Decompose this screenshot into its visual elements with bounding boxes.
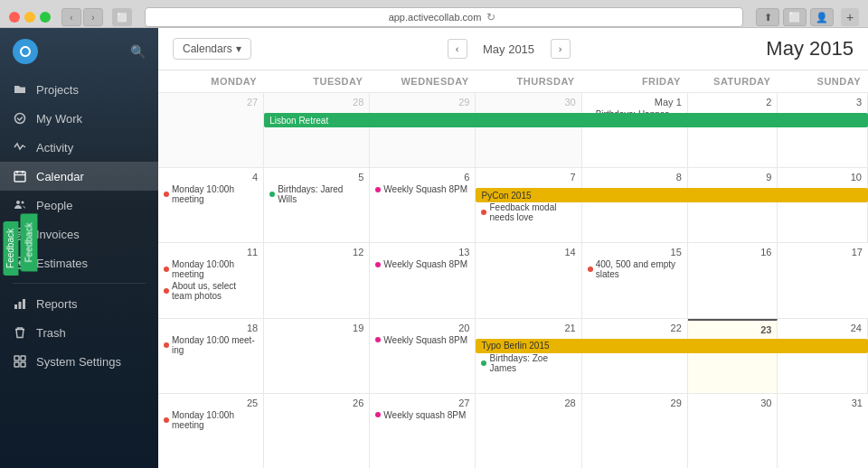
cal-cell-may3[interactable]: 3 [778, 93, 868, 167]
browser-actions: ⬆ ⬜ 👤 [756, 8, 834, 26]
calendar-header: Calendars ▾ ‹ May 2015 › May 2015 [158, 28, 868, 70]
tab-view-button[interactable]: ⬜ [112, 8, 132, 26]
reports-icon [13, 296, 27, 311]
cal-cell-may10[interactable]: 10 [778, 168, 868, 242]
cal-cell-may4[interactable]: 4 Monday 10:00h meeting [158, 168, 264, 242]
fullscreen-button[interactable] [40, 12, 51, 23]
cal-cell-may31[interactable]: 31 [778, 394, 868, 468]
cal-cell-may6[interactable]: 6 Weekly Squash 8PM [370, 168, 476, 242]
calendar-title: May 2015 [766, 37, 854, 61]
date-number: 12 [269, 247, 363, 257]
cal-cell-may28[interactable]: 28 [476, 394, 581, 468]
cal-cell-may11[interactable]: 11 Monday 10:00h meeting About us, selec… [158, 243, 264, 317]
day-header-tuesday: TUESDAY [264, 70, 370, 92]
new-tab-button[interactable]: + [841, 8, 859, 26]
sidebar-item-trash[interactable]: Trash [0, 318, 158, 347]
cal-cell-may20[interactable]: 20 Weekly Squash 8PM [370, 319, 476, 393]
cal-cell-may15[interactable]: 15 400, 500 and empty slates [582, 243, 688, 317]
date-number: 3 [783, 97, 862, 108]
calendar-week-5: 25 Monday 10:00h meeting 26 27 Week [158, 394, 868, 468]
date-number: 31 [783, 398, 863, 408]
cal-cell-may22[interactable]: 22 [582, 319, 688, 393]
birthday-jared-event: Birthdays: Jared Wills [269, 184, 363, 204]
cal-cell-may30[interactable]: 30 [688, 394, 778, 468]
date-number: 21 [481, 323, 575, 333]
cal-cell-may2[interactable]: 2 [688, 93, 778, 167]
cal-cell-may29[interactable]: 29 [582, 394, 688, 468]
close-button[interactable] [9, 12, 20, 23]
dot-icon [269, 192, 275, 197]
meeting-event3: Monday 10:00 meet-ing [164, 335, 258, 355]
date-number: 6 [375, 172, 469, 183]
svg-rect-16 [23, 299, 25, 309]
date-number: 14 [481, 247, 575, 257]
cal-cell-may16[interactable]: 16 [688, 243, 778, 317]
sidebar-item-system-settings[interactable]: System Settings [0, 347, 158, 376]
dot-icon [588, 267, 593, 272]
date-number: 29 [588, 398, 682, 408]
cal-cell-may1[interactable]: May 1 Birthdays: Hannes Nordin [582, 93, 688, 167]
cal-cell-may27[interactable]: 27 Weekly squash 8PM [370, 394, 476, 468]
feedback-tab[interactable]: Feedback [3, 221, 18, 276]
cal-cell-may21[interactable]: 21 Birthdays: Zoe James [476, 319, 581, 393]
cal-cell-may17[interactable]: 17 [778, 243, 868, 317]
date-number: 25 [164, 398, 258, 408]
cal-cell-apr29[interactable]: 29 [370, 93, 476, 167]
cal-cell-may7[interactable]: 7 Feedback modal needs love [476, 168, 581, 242]
date-number: May 1 [588, 97, 682, 108]
refresh-button[interactable]: ↻ [486, 11, 499, 23]
cal-cell-may5[interactable]: 5 Birthdays: Jared Wills [264, 168, 370, 242]
cal-cell-apr27[interactable]: 27 [158, 93, 264, 167]
dropdown-arrow-icon: ▾ [236, 42, 241, 55]
minimize-button[interactable] [24, 12, 35, 23]
search-button[interactable]: 🔍 [130, 44, 146, 59]
check-circle-icon [13, 111, 27, 126]
cal-cell-may25[interactable]: 25 Monday 10:00h meeting [158, 394, 264, 468]
date-number: 8 [588, 172, 682, 183]
date-number: 9 [693, 172, 772, 183]
next-month-button[interactable]: › [551, 39, 571, 59]
cal-cell-may8[interactable]: 8 [582, 168, 688, 242]
cal-cell-may19[interactable]: 19 [264, 319, 370, 393]
calendar-label: Calendar [36, 170, 84, 183]
sidebar-item-activity[interactable]: Activity [0, 133, 158, 162]
squash-event: Weekly Squash 8PM [375, 184, 469, 194]
main-content: Calendars ▾ ‹ May 2015 › May 2015 MONDAY… [158, 28, 868, 468]
cal-cell-may9[interactable]: 9 [688, 168, 778, 242]
feedback-tab-fixed[interactable]: Feedback [20, 214, 37, 272]
date-number: 10 [783, 172, 862, 183]
sidebar-item-reports[interactable]: Reports [0, 289, 158, 318]
cal-cell-may13[interactable]: 13 Weekly Squash 8PM [370, 243, 476, 317]
dot-icon [164, 342, 169, 348]
back-button[interactable]: ‹ [61, 8, 81, 26]
squash-event4: Weekly squash 8PM [375, 410, 469, 420]
cal-cell-may18[interactable]: 18 Monday 10:00 meet-ing [158, 319, 264, 393]
traffic-lights [9, 12, 51, 23]
date-number: 11 [164, 247, 258, 257]
cal-cell-may12[interactable]: 12 [264, 243, 370, 317]
sidebar-item-my-work[interactable]: My Work [0, 104, 158, 133]
forward-button[interactable]: › [83, 8, 103, 26]
cal-cell-apr30[interactable]: 30 [476, 93, 581, 167]
sidebar-item-projects[interactable]: Projects [0, 75, 158, 104]
cal-cell-apr28[interactable]: 28 [264, 93, 370, 167]
date-number: 30 [481, 97, 575, 108]
dot-icon [375, 262, 381, 267]
cal-cell-may14[interactable]: 14 [476, 243, 581, 317]
day-header-sunday: SUNDAY [778, 70, 868, 92]
extensions-button[interactable]: 👤 [810, 8, 834, 26]
sidebar-item-calendar[interactable]: Calendar [0, 162, 158, 191]
day-header-thursday: THURSDAY [476, 70, 581, 92]
cal-cell-may24[interactable]: 24 [778, 319, 868, 393]
date-number: 20 [375, 323, 469, 333]
date-number: 24 [783, 323, 862, 333]
cal-cell-may26[interactable]: 26 [264, 394, 370, 468]
prev-month-button[interactable]: ‹ [448, 39, 467, 59]
share-button[interactable]: ⬆ [756, 8, 779, 26]
address-bar[interactable]: app.activecollab.com ↻ [145, 7, 743, 27]
cal-cell-may23[interactable]: 23 [688, 319, 778, 393]
bookmark-button[interactable]: ⬜ [783, 8, 807, 26]
calendars-button[interactable]: Calendars ▾ [173, 38, 251, 60]
dot-icon [588, 117, 593, 122]
date-number: 26 [269, 398, 363, 408]
